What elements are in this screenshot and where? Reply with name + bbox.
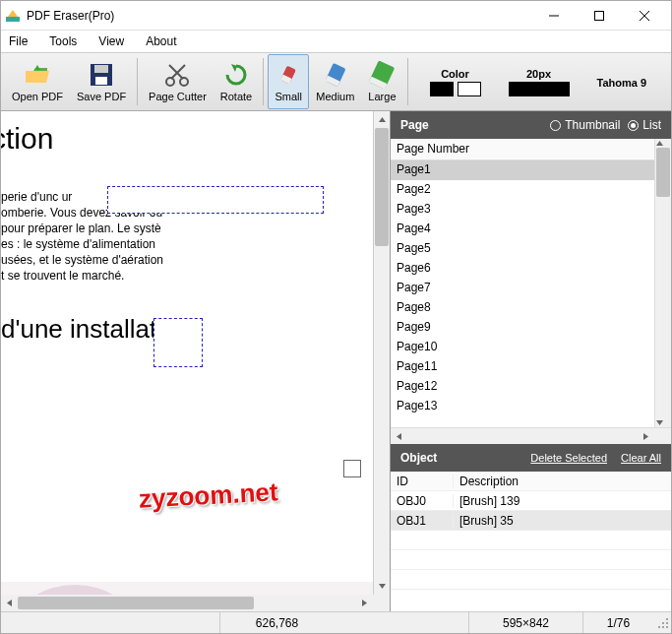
- font-label: Tahoma 9: [597, 77, 647, 89]
- scroll-thumb[interactable]: [656, 148, 670, 197]
- list-item[interactable]: Page6: [391, 259, 654, 279]
- scroll-down-icon[interactable]: [655, 418, 671, 427]
- svg-rect-20: [1, 572, 373, 582]
- color-option[interactable]: Color: [430, 68, 481, 96]
- menu-tools[interactable]: Tools: [49, 34, 77, 48]
- list-item[interactable]: Page13: [391, 397, 654, 416]
- canvas-area: ction perie d'unc ur omberie. Vous devez…: [1, 111, 390, 611]
- scroll-thumb[interactable]: [375, 128, 389, 246]
- svg-point-23: [662, 626, 664, 628]
- scroll-left-icon[interactable]: [391, 428, 407, 444]
- canvas-hscrollbar[interactable]: [1, 595, 373, 611]
- status-coords: 626,768: [219, 612, 334, 633]
- eraser-small-button[interactable]: Small: [268, 54, 309, 109]
- scroll-right-icon[interactable]: [638, 428, 654, 444]
- svg-rect-6: [94, 65, 108, 73]
- size-option[interactable]: 20px: [509, 68, 570, 96]
- size-preview[interactable]: [509, 82, 570, 96]
- save-pdf-button[interactable]: Save PDF: [70, 54, 133, 109]
- document-viewport[interactable]: ction perie d'unc ur omberie. Vous devez…: [1, 111, 373, 595]
- table-row[interactable]: OBJ0 [Brush] 139: [391, 491, 671, 511]
- page-panel-header: Page Thumbnail List: [391, 111, 671, 139]
- scroll-thumb[interactable]: [18, 597, 254, 609]
- canvas-vscrollbar[interactable]: [373, 111, 390, 595]
- maximize-button[interactable]: [577, 2, 622, 30]
- page-list-body: Page1 Page2 Page3 Page4 Page5 Page6 Page…: [391, 160, 654, 416]
- swatch-black[interactable]: [430, 82, 454, 96]
- col-description[interactable]: Description: [454, 475, 671, 488]
- pagelist-vscrollbar[interactable]: [654, 139, 671, 427]
- object-grid: ID Description OBJ0 [Brush] 139 OBJ1 [Br…: [391, 472, 671, 611]
- doc-heading: ction: [1, 119, 373, 159]
- page-list-header[interactable]: Page Number: [391, 139, 654, 160]
- pagelist-hscrollbar[interactable]: [391, 427, 671, 444]
- resize-grip-icon[interactable]: [653, 615, 671, 631]
- eraser-medium-label: Medium: [316, 91, 354, 102]
- eraser-medium-button[interactable]: Medium: [309, 54, 361, 109]
- table-row[interactable]: [391, 531, 671, 550]
- table-row[interactable]: OBJ1 [Brush] 35: [391, 511, 671, 531]
- window-controls: [531, 2, 667, 30]
- scroll-down-icon[interactable]: [374, 578, 390, 595]
- list-item[interactable]: Page9: [391, 318, 654, 338]
- list-item[interactable]: Page12: [391, 377, 654, 397]
- menu-view[interactable]: View: [98, 34, 124, 48]
- list-item[interactable]: Page5: [391, 239, 654, 259]
- eraser-medium-icon: [322, 61, 349, 89]
- erase-region[interactable]: [107, 186, 324, 214]
- checkbox-outline: [343, 460, 361, 477]
- toolbar-separator: [137, 58, 138, 105]
- object-grid-header[interactable]: ID Description: [391, 472, 671, 491]
- object-panel-title: Object: [400, 451, 517, 465]
- swatch-white[interactable]: [458, 82, 481, 96]
- menubar: File Tools View About: [1, 31, 671, 52]
- list-item[interactable]: Page3: [391, 200, 654, 220]
- page-panel-title: Page: [400, 118, 542, 132]
- page-cutter-button[interactable]: Page Cutter: [142, 54, 214, 109]
- delete-selected-link[interactable]: Delete Selected: [530, 452, 607, 464]
- svg-rect-2: [595, 11, 604, 20]
- rotate-label: Rotate: [220, 91, 252, 102]
- svg-line-11: [169, 65, 183, 79]
- rotate-button[interactable]: Rotate: [214, 54, 259, 109]
- list-item[interactable]: Page8: [391, 298, 654, 318]
- list-item[interactable]: Page2: [391, 180, 654, 200]
- list-item[interactable]: Page7: [391, 279, 654, 298]
- minimize-button[interactable]: [531, 2, 577, 30]
- font-option[interactable]: Tahoma 9: [597, 68, 647, 89]
- doc-illustration: [1, 572, 373, 595]
- eraser-large-button[interactable]: Large: [361, 54, 402, 109]
- svg-rect-7: [95, 77, 107, 85]
- clear-all-link[interactable]: Clear All: [621, 452, 661, 464]
- svg-point-8: [166, 78, 174, 86]
- list-item[interactable]: Page10: [391, 338, 654, 357]
- svg-line-10: [171, 65, 185, 79]
- table-row[interactable]: [391, 550, 671, 570]
- status-page: 1/76: [582, 612, 653, 633]
- view-list-radio[interactable]: List: [628, 118, 661, 132]
- save-pdf-label: Save PDF: [77, 91, 126, 102]
- list-item[interactable]: Page4: [391, 220, 654, 239]
- scroll-up-icon[interactable]: [374, 111, 390, 128]
- scroll-up-icon[interactable]: [655, 139, 671, 148]
- open-pdf-button[interactable]: Open PDF: [5, 54, 70, 109]
- page-cutter-label: Page Cutter: [149, 91, 207, 102]
- rotate-icon: [222, 61, 250, 89]
- right-panel: Page Thumbnail List Page Number Page1 Pa…: [390, 111, 671, 611]
- scissors-icon: [163, 61, 191, 89]
- folder-open-icon: [24, 61, 51, 89]
- list-item[interactable]: Page1: [391, 160, 654, 180]
- open-pdf-label: Open PDF: [12, 91, 63, 102]
- svg-point-9: [180, 78, 188, 86]
- menu-about[interactable]: About: [146, 34, 176, 48]
- scroll-left-icon[interactable]: [1, 595, 18, 611]
- scroll-right-icon[interactable]: [356, 595, 373, 611]
- menu-file[interactable]: File: [9, 34, 28, 48]
- erase-region-active[interactable]: [153, 318, 203, 367]
- list-item[interactable]: Page11: [391, 357, 654, 377]
- close-button[interactable]: [622, 2, 667, 30]
- page-list: Page Number Page1 Page2 Page3 Page4 Page…: [391, 139, 671, 427]
- view-thumbnail-radio[interactable]: Thumbnail: [550, 118, 620, 132]
- col-id[interactable]: ID: [391, 475, 454, 488]
- table-row[interactable]: [391, 570, 671, 590]
